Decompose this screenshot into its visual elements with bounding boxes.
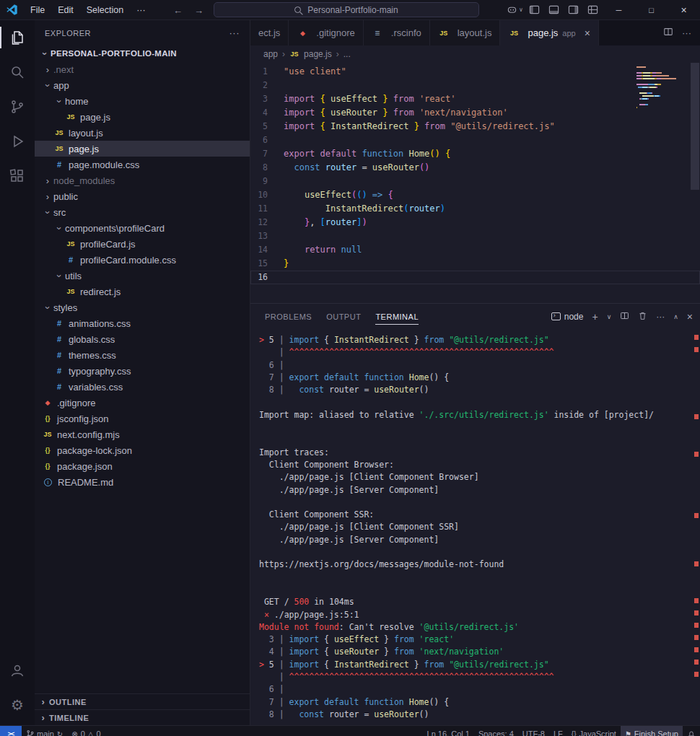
copilot-button[interactable]: ∨ (505, 0, 525, 19)
tab-rscinfo[interactable]: ≡.rscinfo (364, 20, 430, 45)
minimap[interactable] (636, 66, 687, 113)
tree-item-next-config-mjs[interactable]: JSnext.config.mjs (35, 426, 250, 442)
tree-item-public[interactable]: ›public (35, 188, 250, 204)
language-mode[interactable]: {} JavaScript (567, 726, 621, 736)
split-editor-icon[interactable] (663, 27, 673, 39)
panel-tab-output[interactable]: OUTPUT (319, 304, 368, 329)
close-window-button[interactable]: × (668, 0, 700, 19)
activity-source-control[interactable] (0, 89, 35, 124)
terminal-line: 8 | const router = useRouter() (259, 384, 700, 396)
breadcrumb-item[interactable]: app (263, 49, 278, 59)
activity-run-debug[interactable] (0, 124, 35, 159)
tab-ect-js[interactable]: ect.js (250, 20, 289, 45)
tree-item-animations-css[interactable]: #animations.css (35, 315, 250, 331)
remote-indicator[interactable]: >< (0, 726, 22, 736)
account-button[interactable] (0, 653, 35, 688)
menu-edit[interactable]: Edit (51, 3, 80, 17)
code-editor[interactable]: 1"use client"23import { useEffect } from… (250, 63, 700, 303)
activity-explorer[interactable] (0, 20, 35, 55)
tree-item-components-profilecard[interactable]: ›components\profileCard (35, 220, 250, 236)
info-file-icon: i (44, 478, 52, 486)
tree-item-page-js[interactable]: JSpage.js (35, 109, 250, 125)
search-input[interactable]: Personal-Portfolio-main (214, 2, 479, 17)
section-outline[interactable]: ›OUTLINE (35, 693, 250, 709)
toggle-secondary-sidebar-button[interactable] (564, 0, 583, 19)
toggle-sidebar-button[interactable] (525, 0, 544, 19)
tree-item-readme-md[interactable]: iREADME.md (35, 474, 250, 490)
activity-search[interactable] (0, 55, 35, 89)
indentation-status[interactable]: Spaces: 4 (474, 726, 518, 736)
new-terminal-icon[interactable]: + (592, 311, 598, 323)
tree-root[interactable]: › PERSONAL-PORTFOLIO-MAIN (35, 45, 250, 61)
tree-item-globals-css[interactable]: #globals.css (35, 331, 250, 347)
toggle-panel-button[interactable] (544, 0, 564, 19)
settings-button[interactable]: ⚙ (0, 688, 35, 722)
forward-button[interactable]: → (194, 5, 204, 16)
notifications-bell[interactable] (683, 726, 700, 736)
editor-area: ect.js◆.gitignore≡.rscinfoJSlayout.jsJSp… (250, 20, 700, 725)
tree-item-package-lock-json[interactable]: {}package-lock.json (35, 442, 250, 458)
terminal-line (259, 496, 700, 509)
tree-item-themes-css[interactable]: #themes.css (35, 347, 250, 363)
tree-item-label: node_modules (53, 175, 115, 186)
section-timeline[interactable]: ›TIMELINE (35, 709, 250, 725)
minimize-button[interactable]: ─ (603, 0, 635, 19)
tree-item-src[interactable]: ›src (35, 204, 250, 220)
problems-status[interactable]: ⊗ 0 △ 0 (67, 726, 105, 736)
maximize-button[interactable]: □ (635, 0, 668, 19)
terminal-dropdown-icon[interactable]: ∨ (607, 313, 612, 320)
finish-setup-button[interactable]: ⚑ Finish Setup (621, 726, 683, 736)
tree-item-label: utils (65, 271, 82, 281)
tree-item-jsconfig-json[interactable]: {}jsconfig.json (35, 411, 250, 426)
tree-item-page-js[interactable]: JSpage.js (35, 141, 250, 157)
encoding-status[interactable]: UTF-8 (518, 726, 549, 736)
tab-page-js[interactable]: JSpage.jsapp× (500, 20, 598, 45)
terminal[interactable]: > 5 | import { InstantRedirect } from "@… (250, 329, 700, 725)
breadcrumb-item[interactable]: ... (344, 49, 351, 59)
tree-item-app[interactable]: ›app (35, 77, 250, 93)
activity-extensions[interactable] (0, 159, 35, 193)
explorer-more-actions[interactable]: ··· (229, 27, 240, 38)
menu-file[interactable]: File (24, 3, 51, 17)
split-terminal-icon[interactable] (620, 311, 629, 323)
terminal-profile[interactable]: node (551, 312, 584, 322)
cursor-position[interactable]: Ln 16, Col 1 (423, 726, 474, 736)
tree-item-next[interactable]: ›.next (35, 61, 250, 77)
close-icon[interactable]: × (585, 27, 590, 39)
eol-status[interactable]: LF (549, 726, 567, 736)
panel-scrollbar[interactable] (693, 304, 700, 725)
tree-item-home[interactable]: ›home (35, 93, 250, 109)
maximize-panel-icon[interactable]: ∧ (673, 313, 678, 320)
breadcrumb-item[interactable]: page.js (304, 49, 332, 59)
customize-layout-button[interactable] (583, 0, 603, 19)
branch-status[interactable]: main ↻ (22, 726, 67, 736)
panel-more-icon[interactable]: ··· (656, 312, 665, 322)
account-icon (9, 662, 26, 679)
kill-terminal-icon[interactable] (638, 311, 647, 323)
chevron-right-icon: › (42, 175, 53, 186)
back-button[interactable]: ← (173, 5, 183, 16)
tree-item-utils[interactable]: ›utils (35, 268, 250, 284)
more-actions-icon[interactable]: ··· (682, 27, 691, 38)
panel-tab-terminal[interactable]: TERMINAL (368, 304, 426, 329)
tree-item-layout-js[interactable]: JSlayout.js (35, 125, 250, 141)
menu-selection[interactable]: Selection (80, 3, 130, 17)
tab-layout-js[interactable]: JSlayout.js (430, 20, 501, 45)
panel-tab-problems[interactable]: PROBLEMS (258, 304, 319, 329)
tree-item-redirect-js[interactable]: JSredirect.js (35, 284, 250, 299)
tree-item-variables-css[interactable]: #variables.css (35, 379, 250, 395)
tab-gitignore[interactable]: ◆.gitignore (289, 20, 363, 45)
status-bar: >< main ↻ ⊗ 0 △ 0 Ln 16, Col 1 Spaces: 4… (0, 725, 700, 736)
code-line: 12 }, [router]) (250, 216, 700, 229)
close-panel-icon[interactable]: × (687, 311, 693, 323)
editor-scrollbar[interactable] (690, 63, 700, 303)
tree-item-page-module-css[interactable]: #page.module.css (35, 157, 250, 172)
tree-item-typography-css[interactable]: #typography.css (35, 363, 250, 379)
tree-item-styles[interactable]: ›styles (35, 299, 250, 315)
tree-item-profilecard-module-css[interactable]: #profileCard.module.css (35, 252, 250, 268)
tree-item-profilecard-js[interactable]: JSprofileCard.js (35, 236, 250, 252)
tree-item-gitignore[interactable]: ◆.gitignore (35, 395, 250, 411)
menu-more[interactable]: ··· (130, 3, 152, 17)
tree-item-package-json[interactable]: {}package.json (35, 458, 250, 474)
tree-item-node-modules[interactable]: ›node_modules (35, 172, 250, 188)
